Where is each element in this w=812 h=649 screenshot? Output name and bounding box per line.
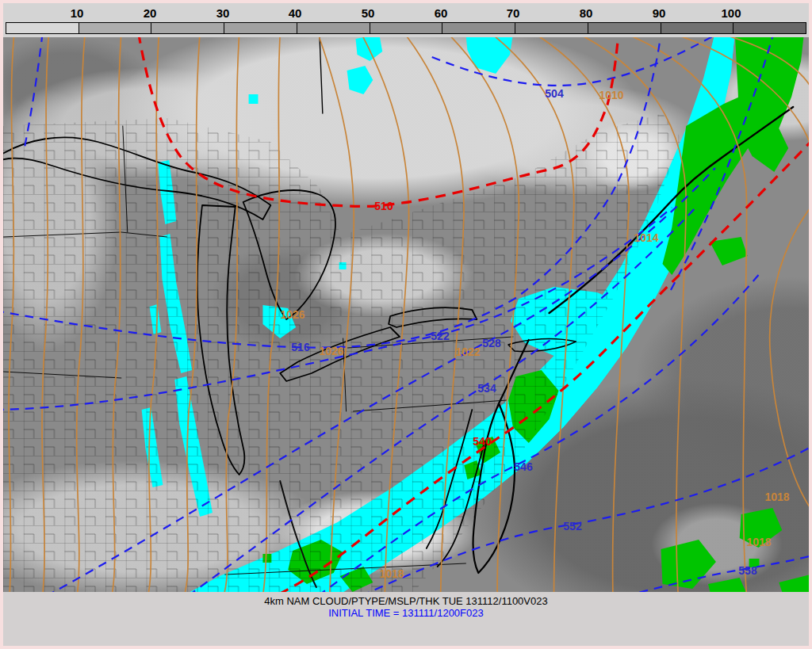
colorbar-segment	[733, 23, 806, 33]
colorbar-segment	[442, 23, 515, 33]
mslp-label-1018-b: 1018	[764, 491, 789, 503]
colorbar-tick: 30	[216, 6, 230, 20]
colorbar-tick: 50	[362, 6, 375, 20]
colorbar-tick: 60	[435, 6, 448, 20]
colorbar-segment	[661, 23, 733, 33]
colorbar-segment	[79, 23, 151, 33]
colorbar-segment	[151, 23, 224, 33]
thickness-label-528: 528	[482, 337, 500, 349]
cloud-cover-colorbar: 10 20 30 40 50 60 70 80 90 100	[3, 3, 809, 37]
graphic-canvas: 10 20 30 40 50 60 70 80 90 100	[3, 3, 809, 646]
colorbar-tick: 70	[507, 6, 520, 20]
colorbar-gradient-bar	[6, 22, 806, 34]
colorbar-segment	[297, 23, 370, 33]
thickness-label-504: 504	[545, 87, 563, 100]
thickness-label-522: 522	[431, 330, 449, 342]
colorbar-segment	[370, 23, 442, 33]
colorbar-tick: 10	[71, 6, 84, 20]
mslp-label-1010: 1010	[599, 89, 623, 101]
colorbar-tick: 90	[653, 6, 666, 20]
colorbar-tick-labels: 10 20 30 40 50 60 70 80 90 100	[3, 5, 809, 22]
mslp-label-1022: 1022	[455, 345, 480, 358]
thickness-label-510: 510	[374, 200, 393, 212]
thickness-label-546: 546	[514, 460, 532, 473]
mslp-label-1018-c: 1018	[746, 536, 771, 548]
thickness-label-552: 552	[563, 520, 581, 533]
weather-graphic-frame: 10 20 30 40 50 60 70 80 90 100	[0, 0, 812, 649]
colorbar-tick: 40	[289, 6, 302, 20]
mslp-label-1026-b: 1026	[319, 345, 343, 357]
thickness-label-558: 558	[738, 564, 756, 577]
map-overlay-svg	[3, 37, 809, 592]
colorbar-tick: 100	[721, 6, 741, 20]
initial-time-line: INITIAL TIME = 131111/1200F023	[3, 607, 809, 619]
thickness-label-516: 516	[291, 341, 309, 353]
mslp-label-1014: 1014	[634, 231, 658, 244]
mslp-label-1018-a: 1018	[379, 567, 404, 580]
thickness-label-540: 540	[473, 435, 491, 448]
mslp-label-1026-a: 1026	[280, 308, 304, 321]
forecast-map: 504 516 522 528 534 546 552 558 510 540 …	[3, 37, 809, 592]
product-title: 4km NAM CLOUD/PTYPE/MSLP/THK TUE 131112/…	[3, 595, 809, 607]
colorbar-segment	[6, 23, 79, 33]
colorbar-tick: 80	[580, 6, 593, 20]
thickness-label-534: 534	[477, 382, 496, 395]
colorbar-segment	[588, 23, 661, 33]
provincial-border	[320, 37, 323, 113]
colorbar-segment	[515, 23, 588, 33]
colorbar-segment	[224, 23, 297, 33]
colorbar-tick: 20	[144, 6, 157, 20]
caption-area: 4km NAM CLOUD/PTYPE/MSLP/THK TUE 131112/…	[3, 592, 809, 646]
